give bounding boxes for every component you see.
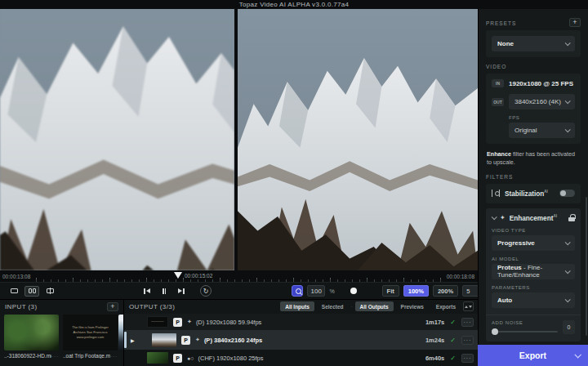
chevron-down-icon [565, 297, 571, 302]
single-view-icon [11, 288, 18, 293]
input-menu-button[interactable]: ··· [110, 354, 118, 359]
previous-frame-button[interactable] [140, 286, 154, 297]
loop-button[interactable]: ↻ [200, 285, 212, 297]
filter-selected[interactable]: Selected [317, 301, 349, 311]
input-item[interactable]: ..-318060922-HD.mov ··· [4, 315, 59, 359]
output-row-label: (P) 3840x2160 24fps [204, 337, 262, 344]
split-view-button[interactable] [42, 286, 57, 297]
playhead-marker[interactable] [174, 272, 182, 279]
export-button[interactable]: Export [478, 345, 588, 366]
ai-model-label: AI MODEL [492, 257, 575, 261]
output-duration: 1m24s [425, 337, 444, 344]
pause-button[interactable] [158, 286, 171, 297]
preview-pane-original[interactable] [0, 9, 234, 270]
title-card-text: The film is from Prelinger Archives San … [69, 325, 112, 340]
fps-select[interactable]: Original [509, 123, 575, 138]
output-menu-button[interactable]: ··· [461, 354, 474, 363]
percent-label: % [329, 288, 334, 294]
input-resolution: 1920x1080 @ 25 FPS [509, 80, 573, 87]
fit-button[interactable]: Fit [382, 285, 399, 297]
preview-pane-enhanced[interactable] [238, 9, 478, 270]
playback-toolbar: ↻ 100 % Fit 100% 200% 5 sec Close Previe… [0, 282, 478, 299]
output-row-label: (D) 1920x1080 59.94fps [196, 319, 261, 326]
output-row[interactable]: P ✦ (D) 1920x1080 59.94fps 1m17s ✓ ··· [124, 314, 478, 330]
zoom-200-button[interactable]: 200% [433, 285, 458, 297]
filter-all-outputs[interactable]: All Outputs [355, 301, 394, 311]
chevron-down-icon [565, 239, 571, 245]
split-view-icon [47, 288, 54, 293]
magnifier-button[interactable] [292, 285, 303, 297]
enhancement-filter: ✦ EnhancementAI VIDEO TYPE Progressive A… [486, 208, 581, 341]
enhancement-icon: ✦ [500, 214, 506, 221]
zoom-percent-input[interactable]: 100 [307, 285, 326, 297]
input-thumbnail[interactable] [4, 315, 59, 350]
interpolation-icon: ●○ [187, 355, 194, 361]
fps-label: FPS [509, 115, 575, 120]
presets-section-label: PRESETS [486, 20, 516, 26]
prev-frame-icon [146, 288, 150, 293]
input-thumbnail[interactable]: The film is from Prelinger Archives San … [63, 315, 118, 350]
zoom-slider[interactable] [339, 285, 378, 297]
input-item[interactable]: The film is from Prelinger Archives San … [63, 315, 118, 359]
output-row[interactable]: P ●○ (CHF) 1920x1080 25fps 6m40s ✓ ··· [124, 350, 478, 366]
output-thumbnail [147, 352, 168, 364]
video-type-select[interactable]: Progressive [492, 235, 575, 251]
filters-section-label: FILTERS [486, 174, 581, 180]
lock-icon[interactable] [568, 214, 575, 221]
title-bar: Topaz Video AI ALPHA v3.0.0.77a4 [0, 0, 588, 9]
timecode-start: 00:00:13:08 [2, 274, 30, 279]
video-preview[interactable] [0, 9, 478, 270]
zoom-slider-knob[interactable] [350, 288, 357, 294]
add-noise-knob[interactable] [492, 328, 498, 335]
video-section-label: VIDEO [486, 64, 581, 69]
playing-icon: ▶ [131, 337, 135, 343]
input-panel-title: INPUT (3) [5, 303, 37, 310]
stabilization-icon [492, 190, 500, 197]
output-menu-button[interactable]: ··· [461, 318, 474, 327]
sidebar-scrollbar[interactable] [586, 197, 587, 336]
timecode-end: 00:00:18:08 [447, 274, 474, 279]
add-noise-slider[interactable] [492, 328, 558, 336]
output-thumbnail [152, 333, 176, 347]
parameters-select[interactable]: Auto [492, 292, 575, 308]
next-frame-button[interactable] [175, 286, 188, 297]
input-menu-button[interactable]: ··· [51, 354, 59, 359]
pause-icon [163, 288, 164, 294]
chevron-down-icon [565, 127, 571, 132]
side-by-side-view-button[interactable] [24, 286, 39, 297]
filter-exports[interactable]: Exports [431, 301, 461, 311]
filter-previews[interactable]: Previews [396, 301, 429, 311]
add-preset-button[interactable]: + [569, 18, 581, 27]
filter-separator: · [351, 304, 353, 309]
parameters-label: PARAMETERS [492, 285, 575, 290]
stabilization-filter[interactable]: StabilizationAI [486, 184, 581, 203]
ai-model-select[interactable]: Proteus - Fine-Tune/Enhance [492, 264, 575, 279]
input-panel: INPUT (3) + ..-318060922-HD.mov ··· The … [0, 300, 124, 366]
input-filename: ..-318060922-HD.mov [4, 353, 51, 359]
main-area: 00:00:13:08 00:00:15:02 00:00:18:08 ↻ 10… [0, 9, 478, 366]
topaz-video-ai-window: Topaz Video AI ALPHA v3.0.0.77a4 00:00:1… [0, 0, 588, 366]
check-icon: ✓ [450, 337, 456, 344]
output-filter-bar: All Inputs Selected · All Outputs Previe… [280, 301, 474, 311]
export-chevron-icon [574, 351, 581, 358]
output-panel-title: OUTPUT (3/3) [129, 303, 175, 310]
video-type-label: VIDEO TYPE [492, 228, 575, 233]
media-panels: INPUT (3) + ..-318060922-HD.mov ··· The … [0, 299, 478, 366]
sort-icon [465, 306, 468, 308]
window-title: Topaz Video AI ALPHA v3.0.0.77a4 [239, 1, 349, 8]
preset-select[interactable]: None [492, 36, 575, 51]
sort-button[interactable] [463, 301, 474, 311]
next-frame-icon [178, 288, 182, 293]
filter-all-inputs[interactable]: All Inputs [280, 301, 314, 311]
stabilization-toggle[interactable] [559, 190, 575, 197]
single-view-button[interactable] [7, 286, 21, 297]
output-menu-button[interactable]: ··· [461, 336, 474, 345]
input-thumbnail-clipped[interactable] [118, 315, 124, 350]
output-resolution-select[interactable]: 3840x2160 (4K) [509, 94, 575, 109]
zoom-100-button[interactable]: 100% [403, 285, 429, 297]
collapse-chevron-icon[interactable] [492, 214, 497, 220]
output-row-selected[interactable]: ▶ P ✦ (P) 3840x2160 24fps 1m24s ✓ ··· [124, 330, 478, 350]
timeline-ruler[interactable]: 00:00:13:08 00:00:15:02 00:00:18:08 [0, 270, 478, 282]
output-duration: 1m17s [425, 319, 444, 326]
add-input-button[interactable]: + [107, 302, 118, 311]
